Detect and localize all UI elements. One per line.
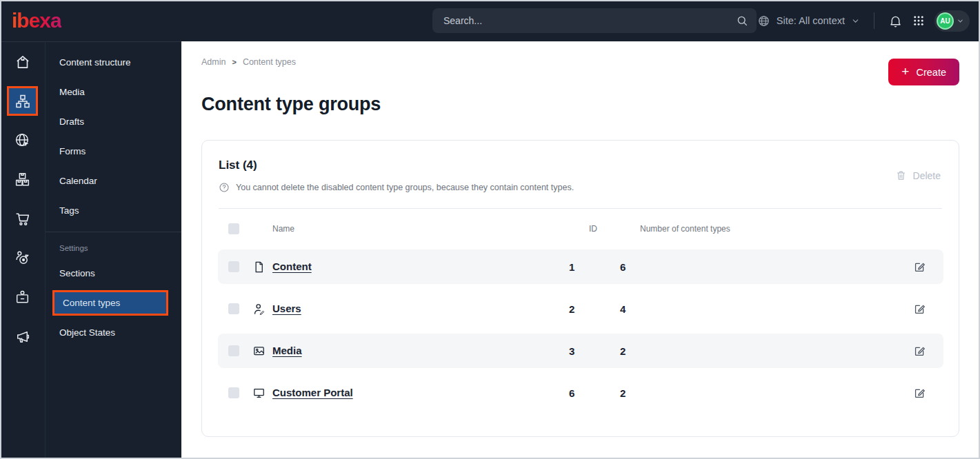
group-count: 2	[620, 387, 913, 399]
site-context-selector[interactable]: Site: All context	[757, 14, 860, 28]
rail-personalization[interactable]	[0, 238, 45, 278]
rail-home[interactable]	[0, 42, 45, 81]
table-body: Content 1 6 Users 2 4	[218, 249, 943, 418]
delete-button[interactable]: Delete	[895, 170, 941, 181]
group-count: 6	[620, 261, 913, 273]
info-note: You cannot delete the disabled content t…	[219, 182, 574, 193]
rail-corporate[interactable]	[0, 278, 45, 317]
info-note-text: You cannot delete the disabled content t…	[236, 183, 574, 192]
rail-commerce[interactable]	[0, 199, 45, 238]
rail-products[interactable]	[0, 160, 45, 199]
edit-icon[interactable]	[913, 345, 927, 358]
group-id: 3	[569, 345, 620, 357]
sidebar-item-tags[interactable]: Tags	[46, 196, 181, 225]
rail-marketing[interactable]	[0, 317, 45, 356]
group-link-content[interactable]: Content	[272, 261, 312, 272]
products-boxes-icon	[7, 165, 38, 194]
home-icon	[7, 47, 38, 76]
commerce-cart-icon	[7, 204, 38, 234]
group-link-customer-portal[interactable]: Customer Portal	[272, 387, 353, 398]
search-input[interactable]	[432, 15, 736, 26]
monitor-icon	[252, 387, 266, 400]
table-row: Media 3 2	[218, 334, 943, 368]
avatar: AU	[937, 12, 954, 30]
site-globe-icon	[7, 125, 38, 155]
table-row: Users 2 4	[218, 292, 943, 326]
sidebar-item-drafts[interactable]: Drafts	[46, 107, 181, 136]
sidebar-item-forms[interactable]: Forms	[46, 136, 181, 166]
row-checkbox[interactable]	[228, 345, 239, 356]
column-header-name: Name	[272, 224, 589, 234]
image-icon	[252, 345, 266, 358]
notifications-bell-icon[interactable]	[888, 14, 903, 28]
sidebar-item-object-states[interactable]: Object States	[46, 318, 181, 347]
chevron-down-icon	[851, 17, 860, 26]
user-icon	[252, 303, 266, 316]
corporate-badge-icon	[7, 283, 38, 312]
row-checkbox[interactable]	[228, 387, 239, 398]
group-id: 1	[569, 261, 620, 273]
edit-icon[interactable]	[913, 387, 927, 400]
group-link-users[interactable]: Users	[272, 303, 301, 314]
card-divider	[219, 208, 942, 209]
sidebar-divider	[46, 232, 181, 232]
column-header-count: Number of content types	[640, 224, 943, 234]
list-title: List (4)	[219, 159, 257, 172]
file-icon	[252, 261, 266, 274]
row-checkbox[interactable]	[228, 261, 239, 272]
sidebar-menu: Content structure Media Drafts Forms Cal…	[45, 41, 181, 459]
chevron-down-icon	[957, 17, 964, 25]
edit-icon[interactable]	[913, 261, 927, 274]
search-icon[interactable]	[736, 14, 748, 27]
main-content: Admin > Content types + Create Content t…	[181, 41, 980, 459]
help-circle-icon	[219, 182, 230, 193]
row-checkbox[interactable]	[228, 303, 239, 314]
plus-icon: +	[901, 65, 909, 78]
delete-button-label: Delete	[913, 170, 941, 181]
content-structure-sitemap-icon	[7, 86, 38, 116]
breadcrumb-separator: >	[232, 58, 236, 66]
rail-content-structure[interactable]	[0, 81, 45, 121]
rail-site[interactable]	[0, 121, 45, 160]
globe-icon	[757, 14, 770, 28]
create-button[interactable]: + Create	[888, 59, 959, 85]
site-context-label: Site: All context	[777, 15, 845, 26]
breadcrumb-content-types: Content types	[243, 57, 296, 67]
topbar: ibexa Site: All context AU	[0, 0, 980, 41]
sidebar-item-content-types[interactable]: Content types	[52, 290, 168, 316]
sidebar-item-media[interactable]: Media	[46, 77, 181, 107]
table-row: Content 1 6	[218, 249, 943, 284]
trash-icon	[895, 170, 907, 181]
breadcrumb: Admin > Content types	[201, 57, 296, 67]
sidebar-item-sections[interactable]: Sections	[46, 258, 181, 288]
ibexa-logo: ibexa	[12, 9, 61, 32]
group-link-media[interactable]: Media	[272, 345, 302, 356]
table-row: Customer Portal 6 2	[218, 376, 943, 410]
user-menu[interactable]: AU	[934, 10, 970, 32]
sidebar-section-settings: Settings	[46, 238, 181, 258]
breadcrumb-admin[interactable]: Admin	[201, 57, 226, 67]
apps-grid-icon[interactable]	[912, 14, 925, 27]
column-header-id: ID	[589, 224, 640, 234]
sidebar-item-content-structure[interactable]: Content structure	[46, 48, 181, 77]
topbar-right-controls: Site: All context AU	[757, 0, 970, 41]
group-count: 2	[620, 345, 913, 357]
group-count: 4	[620, 303, 913, 315]
sidebar-item-calendar[interactable]: Calendar	[46, 166, 181, 196]
topbar-divider	[874, 12, 874, 29]
marketing-megaphone-icon	[7, 322, 38, 351]
list-card: List (4) You cannot delete the disabled …	[201, 140, 959, 437]
create-button-label: Create	[916, 67, 946, 78]
page-title: Content type groups	[201, 94, 381, 115]
personalization-target-icon	[7, 243, 38, 273]
select-all-checkbox[interactable]	[228, 223, 239, 234]
group-id: 2	[569, 303, 620, 315]
global-search	[432, 8, 757, 33]
table-header: Name ID Number of content types	[218, 214, 943, 244]
edit-icon[interactable]	[913, 303, 927, 316]
group-id: 6	[569, 387, 620, 399]
icon-rail	[0, 41, 45, 459]
